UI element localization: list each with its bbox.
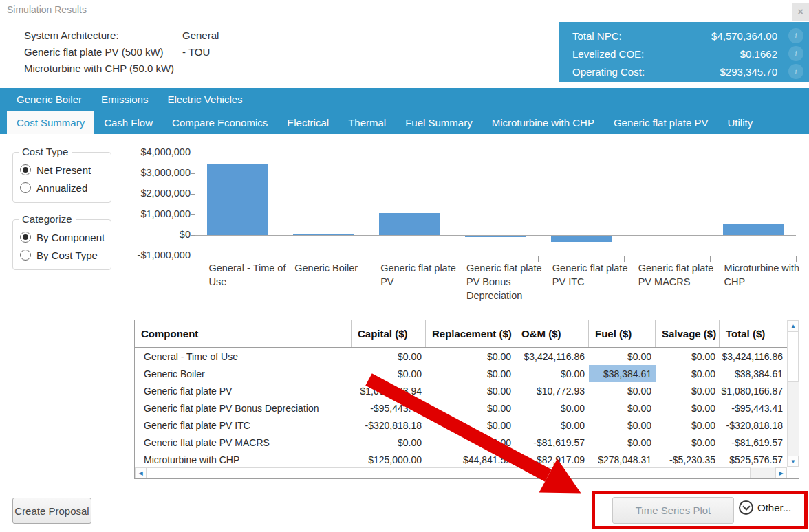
tab-generic-boiler[interactable]: Generic Boiler [7,88,91,111]
tab-thermal[interactable]: Thermal [338,111,396,134]
metric-label: Levelized COE: [572,48,644,60]
tab-emissions[interactable]: Emissions [91,88,158,111]
cost-summary-table: ComponentCapital ($)Replacement ($)O&M (… [134,320,799,479]
column-header-total[interactable]: Total ($) [720,320,787,347]
system-architecture-row: System Architecture: General - TOU [24,27,174,44]
table-row-generic-flat-plate-pv[interactable]: Generic flat plate PV$1,069,393.94$0.00$… [135,382,799,399]
tab-compare-economics[interactable]: Compare Economics [162,111,277,134]
column-header-component[interactable]: Component [135,320,352,347]
radio-label: Net Present [36,164,91,176]
radio-button[interactable] [20,250,31,261]
table-row-generic-flat-plate-pv-itc[interactable]: Generic flat plate PV ITC-$320,818.18$0.… [135,417,799,434]
table-row-generic-flat-plate-pv-bonus-depreciation[interactable]: Generic flat plate PV Bonus Depreciation… [135,399,799,417]
system-architecture-value: General - TOU [182,27,219,60]
scroll-down-icon[interactable]: ▼ [788,456,799,467]
value-cell: $0.00 [656,417,720,434]
horizontal-scroll-thumb[interactable] [147,467,751,478]
column-header-o-m[interactable]: O&M ($) [515,320,589,347]
value-cell: -$320,818.18 [720,417,787,434]
scroll-right-icon[interactable]: ▶ [775,467,787,478]
x-axis-tick [453,256,453,262]
vertical-scrollbar[interactable]: ▲ ▼ [787,320,799,467]
create-proposal-button[interactable]: Create Proposal [12,498,91,524]
footer-divider [0,487,809,487]
categorize-groupbox: Categorize By ComponentBy Cost Type [12,219,111,270]
radio-option-net-present[interactable]: Net Present [20,161,111,179]
y-axis-line [195,153,195,256]
component-cell: Generic flat plate PV Bonus Depreciation [135,399,352,417]
radio-button[interactable] [20,182,31,193]
y-axis-label: $4,000,000 [115,146,191,157]
vertical-scroll-thumb[interactable] [788,331,799,382]
column-header-salvage[interactable]: Salvage ($) [656,320,720,347]
value-cell: $0.00 [352,434,426,451]
bar-generic-flat-plate-pv [379,213,440,235]
close-icon[interactable]: × [792,3,809,21]
info-icon[interactable]: i [788,28,803,43]
column-header-capital[interactable]: Capital ($) [352,320,426,347]
info-icon[interactable]: i [788,64,803,79]
value-cell: $0.00 [589,399,656,417]
x-axis-tick [538,256,539,262]
x-axis-line [195,256,796,256]
value-cell: $10,772.93 [515,382,589,399]
component-cell: Generic flat plate PV [135,382,352,399]
value-cell: $0.00 [656,382,720,399]
tab-microturbine-with-chp[interactable]: Microturbine with CHP [482,111,604,134]
bar-generic-flat-plate-pv-macrs [637,235,698,236]
value-cell: $125,000.00 [352,451,426,468]
table-body: General - Time of Use$0.00$0.00$3,424,11… [135,348,799,468]
horizontal-scrollbar[interactable]: ◀ ▶ [135,467,787,478]
zero-gridline [195,235,796,236]
value-cell: $0.00 [656,365,720,382]
radio-button[interactable] [20,164,31,175]
cost-type-options: Net PresentAnnualized [13,153,111,197]
scroll-left-icon[interactable]: ◀ [135,467,147,478]
value-cell: $1,080,166.87 [720,382,787,399]
value-cell: $38,384.61 [589,365,656,382]
simulation-results-window: Simulation Results × System Architecture… [0,0,809,532]
table-row-general-time-of-use[interactable]: General - Time of Use$0.00$0.00$3,424,11… [135,348,799,365]
metric-row-levelized-coe: Levelized COE:$0.1662i [561,45,809,63]
info-icon[interactable]: i [788,46,803,61]
tab-cost-summary[interactable]: Cost Summary [7,111,94,134]
tab-generic-flat-plate-pv[interactable]: Generic flat plate PV [604,111,718,134]
tab-row-primary: Cost SummaryCash FlowCompare EconomicsEl… [0,111,809,134]
column-header-fuel[interactable]: Fuel ($) [589,320,656,347]
metric-value: $0.1662 [740,48,777,60]
tab-fuel-summary[interactable]: Fuel Summary [396,111,482,134]
metric-value: $293,345.70 [720,66,777,78]
value-cell: $0.00 [589,434,656,451]
radio-option-by-cost-type[interactable]: By Cost Type [20,246,111,264]
metric-row-total-npc: Total NPC:$4,570,364.00i [561,27,809,45]
value-cell: $82,917.09 [515,451,589,468]
scroll-up-icon[interactable]: ▲ [788,320,799,331]
value-cell: $278,048.31 [589,451,656,468]
metric-label: Operating Cost: [572,66,645,78]
radio-button[interactable] [20,232,31,243]
y-axis-label: $0 [115,229,191,240]
tab-cash-flow[interactable]: Cash Flow [94,111,162,134]
table-row-generic-boiler[interactable]: Generic Boiler$0.00$0.00$0.00$38,384.61$… [135,365,799,382]
table-row-generic-flat-plate-pv-macrs[interactable]: Generic flat plate PV MACRS$0.00$0.00-$8… [135,434,799,451]
x-axis-tick [624,256,625,262]
tab-electrical[interactable]: Electrical [277,111,338,134]
component-cell: Microturbine with CHP [135,451,352,468]
tab-electric-vehicles[interactable]: Electric Vehicles [158,88,252,111]
value-cell: -$320,818.18 [352,417,426,434]
table-row-microturbine-with-chp[interactable]: Microturbine with CHP$125,000.00$44,841.… [135,451,799,468]
x-axis-tick [195,256,195,262]
value-cell: $0.00 [515,417,589,434]
cost-type-groupbox: Cost Type Net PresentAnnualized [12,152,111,203]
table-header-row: ComponentCapital ($)Replacement ($)O&M (… [135,320,799,348]
radio-option-by-component[interactable]: By Component [20,228,111,246]
tab-utility[interactable]: Utility [718,111,762,134]
value-cell: $0.00 [352,348,426,365]
bar-generic-flat-plate-pv-bonus-depreciation [465,235,526,237]
x-axis-tick [281,256,281,262]
component-cell: Generic flat plate PV MACRS [135,434,352,451]
radio-option-annualized[interactable]: Annualized [20,179,111,197]
y-axis-tick [191,173,195,174]
value-cell: $0.00 [426,382,515,399]
column-header-replacement[interactable]: Replacement ($) [426,320,515,347]
